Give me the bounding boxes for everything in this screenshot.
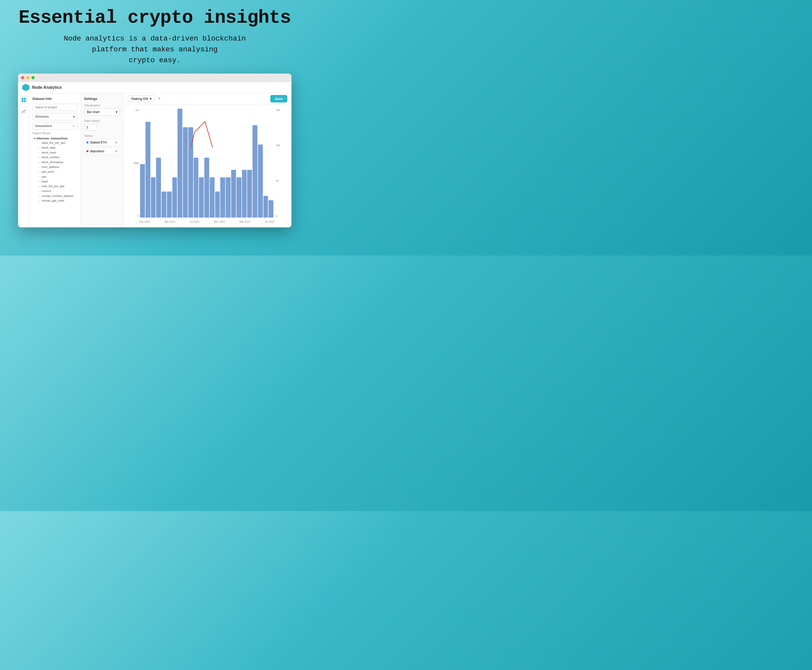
settings-panel: Settings Visualization Bar chart ▾ Start…	[81, 93, 123, 227]
bar	[183, 127, 188, 218]
visualization-section: Visualization Bar chart ▾	[84, 104, 120, 116]
tree-child-blockhash[interactable]: block_hash	[32, 150, 78, 155]
bar	[172, 177, 177, 218]
tree-child-nounce[interactable]: nounce	[32, 189, 78, 194]
tree-child-receiptgas[interactable]: receipt_gas_used	[32, 198, 78, 203]
tree-child-blockdate[interactable]: block_date	[32, 145, 78, 150]
visualization-select[interactable]: Bar chart ▾	[84, 108, 120, 116]
bar	[210, 177, 214, 218]
x-label-nov2021: Nov 2021	[214, 220, 225, 223]
y-left-1m: 1m	[135, 109, 139, 112]
chevron-down-icon: ▾	[150, 97, 152, 101]
bar	[177, 109, 182, 218]
tree-child-receiptcontract[interactable]: receipt_contract_address	[32, 194, 78, 198]
chart-header: Staking Eth ▾ + Save	[123, 93, 292, 105]
bar	[162, 191, 166, 218]
x-label-mar2022: Mar 2022	[240, 220, 250, 223]
chevron-down-icon: ▾	[34, 137, 35, 140]
depositors-remove[interactable]: ✕	[115, 149, 118, 153]
bar	[258, 144, 263, 218]
values-section: Values Staked ETH ✕ depositors	[84, 134, 120, 155]
bar	[188, 127, 193, 218]
bar	[156, 158, 161, 218]
tree-child-gas[interactable]: gas	[32, 174, 78, 179]
save-button[interactable]: Save	[270, 95, 287, 102]
depositors-dot	[86, 150, 88, 152]
bar	[263, 196, 268, 218]
visualization-label: Visualization	[84, 104, 120, 107]
bar	[145, 122, 150, 218]
bar	[242, 170, 247, 218]
bar	[140, 164, 145, 218]
tree-child-gasprice[interactable]: gas_price	[32, 169, 78, 174]
tree-child-blocknumber[interactable]: block_number	[32, 155, 78, 160]
chevron-down-icon: ▾	[116, 110, 117, 114]
tree-child-fromaddress[interactable]: from_address	[32, 165, 78, 169]
svg-rect-0	[22, 98, 24, 100]
bar	[199, 177, 204, 218]
tree-child-hash[interactable]: hash	[32, 179, 78, 184]
x-label-mar2021: Mar 2021	[165, 220, 176, 223]
start-column-input[interactable]	[84, 124, 97, 130]
start-column-section: Start column	[84, 119, 120, 130]
bar	[247, 170, 252, 218]
bars-container	[139, 109, 274, 218]
app-logo	[22, 84, 29, 91]
tree-children: base_fee_per_gas block_date block_hash b…	[32, 140, 78, 203]
bar	[215, 191, 220, 218]
x-label-jul2022: Jul 2022	[265, 220, 274, 223]
bar	[231, 170, 236, 218]
bar	[268, 200, 273, 218]
app-header: Node Analytics	[18, 82, 292, 93]
y-right-10k: 10k	[276, 144, 280, 147]
staked-eth-remove[interactable]: ✕	[115, 140, 118, 144]
tree-parent[interactable]: ▾ ethereum_transactions	[32, 136, 78, 140]
chart-tab[interactable]: Staking Eth ▾	[128, 95, 155, 102]
start-column-label: Start column	[84, 119, 120, 122]
clear-icon[interactable]: ✕	[72, 124, 75, 128]
search-input[interactable]: transactions ✕	[32, 122, 78, 130]
chart-inner: Nov 2020 Mar 2021 Jul 2021 Nov 2021 Mar …	[139, 109, 287, 225]
hero-subtitle: Node analytics is a data-driven blockcha…	[64, 33, 246, 66]
tree-child-maxfee[interactable]: max_fee_per_gas	[32, 184, 78, 189]
settings-panel-title: Settings	[84, 97, 120, 101]
y-right-5k: 5k	[276, 179, 279, 182]
x-label-jul2021: Jul 2021	[190, 220, 200, 223]
app-window: Node Analytics	[18, 74, 292, 227]
value-tag-staked-eth: Staked ETH ✕	[84, 139, 120, 146]
project-name-input[interactable]	[32, 104, 78, 111]
sidebar-icon-analytics[interactable]	[20, 107, 28, 115]
bar	[167, 191, 172, 218]
sidebar-icon-grid[interactable]	[20, 96, 28, 104]
values-label: Values	[84, 134, 120, 137]
hero-title: Essential crypto insights	[19, 8, 291, 28]
maximize-button[interactable]	[32, 76, 35, 79]
tab-label: Staking Eth	[131, 97, 148, 101]
app-title: Node Analytics	[32, 85, 62, 90]
svg-rect-2	[22, 100, 24, 102]
y-right-0: 0	[276, 215, 277, 218]
minimize-button[interactable]	[26, 76, 29, 79]
tree-child-basefee[interactable]: base_fee_per_gas	[32, 140, 78, 145]
bar	[236, 177, 241, 218]
bar	[151, 177, 156, 218]
y-axis-right: 15k 10k 5k 0	[274, 109, 287, 218]
value-tag-depositors: depositors ✕	[84, 148, 120, 155]
close-button[interactable]	[21, 76, 24, 79]
svg-rect-1	[24, 98, 26, 100]
bar	[226, 177, 231, 218]
staked-eth-dot	[86, 141, 88, 144]
bar	[204, 158, 209, 218]
chart-container: 1m 500k 0	[123, 105, 292, 227]
tree-child-blocktimestamp[interactable]: block_timestamp	[32, 160, 78, 165]
bar	[194, 158, 199, 218]
y-left-500k: 500k	[133, 162, 139, 165]
add-tab-button[interactable]: +	[158, 96, 161, 102]
blockchain-select[interactable]: Ethereum ▾	[32, 113, 78, 120]
dataset-panel-title: Dataset Info	[32, 97, 78, 101]
search-result-label: Search Result	[32, 132, 78, 135]
y-right-15k: 15k	[276, 109, 280, 112]
dataset-panel: Dataset Info Ethereum ▾ transactions ✕ S…	[29, 93, 81, 227]
app-body: Dataset Info Ethereum ▾ transactions ✕ S…	[18, 93, 292, 227]
chevron-down-icon: ▾	[73, 115, 75, 118]
